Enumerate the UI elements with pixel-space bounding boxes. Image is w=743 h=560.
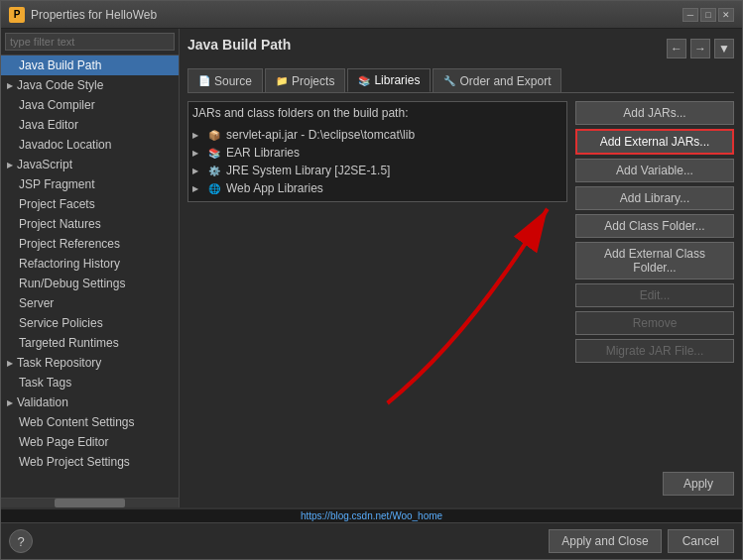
web-app-libs-label: Web App Libraries bbox=[226, 181, 323, 195]
bottom-bar-right: Apply and Close Cancel bbox=[549, 529, 734, 553]
migrate-jar-button: Migrate JAR File... bbox=[575, 339, 734, 363]
add-external-class-folder-button[interactable]: Add External Class Folder... bbox=[575, 242, 734, 280]
tree-item-jre-system[interactable]: ▶ ⚙️ JRE System Library [J2SE-1.5] bbox=[192, 162, 562, 179]
sidebar-item-web-page-editor[interactable]: Web Page Editor bbox=[1, 432, 179, 452]
sidebar-item-run-debug-settings[interactable]: Run/Debug Settings bbox=[1, 274, 179, 293]
sidebar-item-validation[interactable]: Validation bbox=[1, 392, 179, 412]
tree-arrow: ▶ bbox=[192, 149, 202, 158]
window-title: Properties for HelloWeb bbox=[31, 8, 157, 22]
tab-bar: 📄Source📁Projects📚Libraries🔧Order and Exp… bbox=[187, 68, 734, 93]
tree-label: JARs and class folders on the build path… bbox=[192, 106, 562, 120]
tab-source[interactable]: 📄Source bbox=[187, 68, 263, 92]
add-jars-button[interactable]: Add JARs... bbox=[575, 101, 734, 125]
web-app-libs-icon: 🌐 bbox=[206, 182, 222, 194]
minimize-button[interactable]: ─ bbox=[682, 8, 698, 22]
buttons-panel: Add JARs...Add External JARs...Add Varia… bbox=[575, 101, 734, 468]
close-button[interactable]: ✕ bbox=[718, 8, 734, 22]
sidebar-item-java-build-path[interactable]: Java Build Path bbox=[1, 56, 179, 75]
tree-item-servlet-api[interactable]: ▶ 📦 servlet-api.jar - D:\eclipse\tomcat\… bbox=[192, 126, 562, 144]
ear-libs-label: EAR Libraries bbox=[226, 146, 300, 160]
panel-header: Java Build Path ← → ▼ bbox=[187, 37, 734, 60]
libraries-tab-label: Libraries bbox=[374, 73, 420, 87]
tree-arrow: ▶ bbox=[192, 167, 202, 175]
sidebar-item-javascript[interactable]: JavaScript bbox=[1, 155, 179, 174]
remove-button: Remove bbox=[575, 311, 734, 335]
edit-button: Edit... bbox=[575, 283, 734, 307]
filter-box bbox=[1, 29, 179, 56]
sidebar-item-java-editor[interactable]: Java Editor bbox=[1, 115, 179, 135]
sidebar-item-web-project-settings[interactable]: Web Project Settings bbox=[1, 452, 179, 472]
sidebar-item-targeted-runtimes[interactable]: Targeted Runtimes bbox=[1, 333, 179, 353]
apply-button[interactable]: Apply bbox=[663, 472, 734, 496]
projects-tab-label: Projects bbox=[292, 74, 334, 88]
sidebar-item-task-tags[interactable]: Task Tags bbox=[1, 373, 179, 392]
sidebar-item-server[interactable]: Server bbox=[1, 293, 179, 313]
tree-item-ear-libs[interactable]: ▶ 📚 EAR Libraries bbox=[192, 144, 562, 162]
projects-tab-icon: 📁 bbox=[276, 75, 288, 86]
add-variable-button[interactable]: Add Variable... bbox=[575, 159, 734, 182]
title-bar-controls: ─ □ ✕ bbox=[682, 8, 734, 22]
ear-libs-icon: 📚 bbox=[206, 147, 222, 159]
apply-area: Apply bbox=[187, 468, 734, 500]
sidebar-item-java-compiler[interactable]: Java Compiler bbox=[1, 95, 179, 115]
tree-area: JARs and class folders on the build path… bbox=[187, 101, 567, 202]
jre-system-icon: ⚙️ bbox=[206, 165, 222, 176]
sidebar-item-task-repository[interactable]: Task Repository bbox=[1, 353, 179, 373]
sidebar-item-project-references[interactable]: Project References bbox=[1, 234, 179, 254]
panel-body: JARs and class folders on the build path… bbox=[187, 101, 734, 468]
jre-system-label: JRE System Library [J2SE-1.5] bbox=[226, 164, 390, 177]
window-icon: P bbox=[9, 7, 25, 23]
tree-arrow: ▶ bbox=[192, 184, 202, 193]
sidebar-item-java-code-style[interactable]: Java Code Style bbox=[1, 75, 179, 95]
main-content: Java Build PathJava Code StyleJava Compi… bbox=[1, 29, 742, 507]
nav-forward-button[interactable]: → bbox=[690, 39, 710, 58]
sidebar-item-service-policies[interactable]: Service Policies bbox=[1, 313, 179, 333]
tab-libraries[interactable]: 📚Libraries bbox=[347, 68, 431, 92]
source-tab-label: Source bbox=[214, 74, 252, 88]
url-bar: https://blog.csdn.net/Woo_home bbox=[1, 508, 742, 522]
sidebar-item-web-content-settings[interactable]: Web Content Settings bbox=[1, 412, 179, 432]
bottom-bar: ? Apply and Close Cancel bbox=[1, 522, 742, 559]
sidebar: Java Build PathJava Code StyleJava Compi… bbox=[1, 29, 180, 507]
nav-back-button[interactable]: ← bbox=[667, 39, 686, 58]
tab-order-export[interactable]: 🔧Order and Export bbox=[433, 68, 561, 92]
properties-window: P Properties for HelloWeb ─ □ ✕ Java Bui… bbox=[0, 0, 743, 560]
right-panel: Java Build Path ← → ▼ 📄Source📁Projects📚L… bbox=[180, 29, 742, 507]
help-button[interactable]: ? bbox=[9, 529, 33, 553]
sidebar-scrollbar[interactable] bbox=[1, 498, 179, 507]
nav-dropdown-button[interactable]: ▼ bbox=[714, 39, 734, 58]
order-export-tab-label: Order and Export bbox=[459, 74, 551, 88]
panel-title: Java Build Path bbox=[187, 37, 291, 53]
add-external-jars-button[interactable]: Add External JARs... bbox=[575, 129, 734, 155]
tree-area-wrapper: JARs and class folders on the build path… bbox=[187, 101, 567, 468]
apply-close-button[interactable]: Apply and Close bbox=[549, 529, 661, 553]
libraries-tab-icon: 📚 bbox=[358, 75, 370, 86]
sidebar-item-project-natures[interactable]: Project Natures bbox=[1, 214, 179, 234]
tree-arrow: ▶ bbox=[192, 131, 202, 140]
sidebar-item-jsp-fragment[interactable]: JSP Fragment bbox=[1, 174, 179, 194]
tree-item-web-app-libs[interactable]: ▶ 🌐 Web App Libraries bbox=[192, 179, 562, 197]
filter-input[interactable] bbox=[5, 33, 175, 51]
sidebar-item-javadoc-location[interactable]: Javadoc Location bbox=[1, 135, 179, 155]
maximize-button[interactable]: □ bbox=[700, 8, 716, 22]
order-export-tab-icon: 🔧 bbox=[443, 75, 455, 86]
sidebar-item-project-facets[interactable]: Project Facets bbox=[1, 194, 179, 214]
sidebar-scrollbar-thumb bbox=[55, 499, 126, 507]
add-library-button[interactable]: Add Library... bbox=[575, 186, 734, 210]
source-tab-icon: 📄 bbox=[198, 75, 210, 86]
add-class-folder-button[interactable]: Add Class Folder... bbox=[575, 214, 734, 238]
sidebar-list: Java Build PathJava Code StyleJava Compi… bbox=[1, 56, 179, 498]
title-bar: P Properties for HelloWeb ─ □ ✕ bbox=[1, 1, 742, 29]
cancel-button[interactable]: Cancel bbox=[668, 529, 734, 553]
tab-projects[interactable]: 📁Projects bbox=[265, 68, 345, 92]
servlet-api-icon: 📦 bbox=[206, 129, 222, 141]
servlet-api-label: servlet-api.jar - D:\eclipse\tomcat\lib bbox=[226, 128, 415, 142]
sidebar-item-refactoring-history[interactable]: Refactoring History bbox=[1, 254, 179, 274]
title-bar-left: P Properties for HelloWeb bbox=[9, 7, 157, 23]
